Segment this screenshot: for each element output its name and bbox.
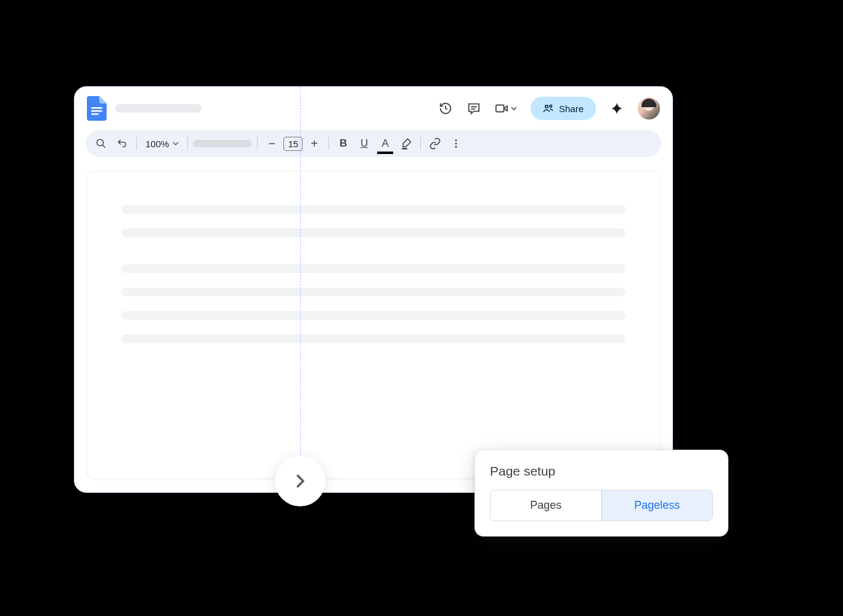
meet-button[interactable] <box>495 102 517 115</box>
zoom-value: 100% <box>145 139 169 149</box>
user-avatar[interactable] <box>638 97 660 120</box>
more-options-icon[interactable] <box>447 134 465 153</box>
comments-icon[interactable] <box>466 101 481 116</box>
divider <box>328 137 329 150</box>
header-right: Share <box>438 97 660 120</box>
insert-link-button[interactable] <box>426 134 444 153</box>
text-line <box>121 311 625 320</box>
svg-point-14 <box>455 146 457 148</box>
svg-point-8 <box>550 105 552 107</box>
svg-point-13 <box>455 143 457 145</box>
font-size-increase[interactable]: + <box>305 134 324 153</box>
divider <box>136 137 137 150</box>
share-button[interactable]: Share <box>531 97 596 120</box>
svg-point-12 <box>455 139 457 141</box>
page-setup-popup: Page setup Pages Pageless <box>474 450 728 537</box>
docs-logo-icon[interactable] <box>87 96 107 121</box>
svg-rect-5 <box>496 105 504 112</box>
docs-editor-window: Share 100% − 15 + <box>74 86 673 493</box>
svg-point-7 <box>545 105 548 108</box>
history-icon[interactable] <box>438 101 453 116</box>
document-area <box>75 157 672 479</box>
svg-line-10 <box>102 145 105 148</box>
svg-rect-0 <box>91 107 102 109</box>
zoom-select[interactable]: 100% <box>142 139 182 149</box>
svg-rect-1 <box>91 110 102 112</box>
undo-icon[interactable] <box>113 134 131 153</box>
divider <box>187 137 188 150</box>
font-family-placeholder[interactable] <box>193 140 252 147</box>
chevron-right-icon <box>291 472 309 490</box>
toolbar: 100% − 15 + B U A <box>86 130 661 157</box>
document-title-placeholder[interactable] <box>115 104 202 113</box>
highlight-button[interactable] <box>397 134 415 153</box>
popup-title: Page setup <box>490 464 713 479</box>
share-label: Share <box>559 103 584 114</box>
header-left <box>87 96 430 121</box>
svg-rect-2 <box>91 113 99 115</box>
pageless-option[interactable]: Pageless <box>601 490 714 521</box>
underline-button[interactable]: U <box>355 134 373 153</box>
header: Share <box>75 87 672 130</box>
paragraph-placeholder <box>121 264 625 343</box>
document-page[interactable] <box>87 171 660 479</box>
font-size-decrease[interactable]: − <box>263 134 281 153</box>
split-indicator-line <box>300 86 301 493</box>
toolbar-container: 100% − 15 + B U A <box>75 130 672 157</box>
text-line <box>121 264 625 273</box>
divider <box>420 137 421 150</box>
text-line <box>121 288 625 296</box>
text-line <box>121 229 625 237</box>
search-icon[interactable] <box>92 134 110 153</box>
text-color-button[interactable]: A <box>376 134 394 153</box>
bold-button[interactable]: B <box>334 134 352 153</box>
pages-option[interactable]: Pages <box>491 490 602 521</box>
expand-chevron-button[interactable] <box>275 456 325 506</box>
text-line <box>121 334 625 343</box>
divider <box>257 137 258 150</box>
svg-point-9 <box>97 139 104 146</box>
paragraph-placeholder <box>121 205 625 237</box>
gemini-sparkle-icon[interactable] <box>609 101 624 116</box>
text-line <box>121 205 625 214</box>
page-mode-toggle: Pages Pageless <box>490 490 713 521</box>
people-icon <box>543 103 554 114</box>
